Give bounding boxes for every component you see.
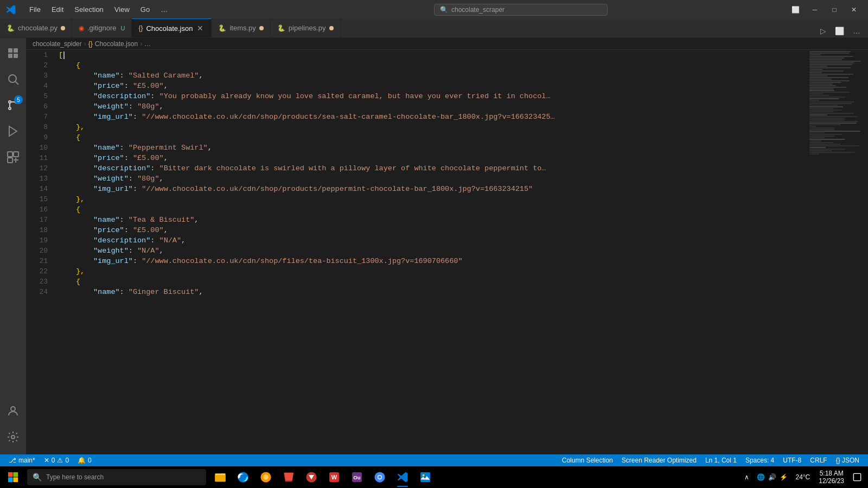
line-number: 19	[26, 235, 48, 246]
settings-activity-icon[interactable]	[0, 424, 26, 450]
line-number: 2	[26, 60, 48, 70]
run-debug-icon[interactable]	[0, 118, 26, 144]
network-icon[interactable]: 🌐	[757, 473, 765, 481]
status-screen-reader[interactable]: Screen Reader Optimized	[617, 454, 701, 466]
code-token-brace: },	[76, 122, 85, 132]
split-editor-action[interactable]: ⬜	[832, 24, 847, 37]
code-editor[interactable]: 123456789101112131415161718192021222324 …	[26, 50, 868, 454]
minimap-line	[809, 87, 846, 88]
minimap-line	[809, 100, 819, 101]
taskbar-app6[interactable]: W	[323, 466, 345, 488]
tray-expand[interactable]: ∧	[742, 466, 751, 488]
code-line: {	[59, 204, 808, 215]
status-column-selection[interactable]: Column Selection	[558, 454, 617, 466]
taskbar-app7[interactable]: Ou	[346, 466, 368, 488]
tab-chocolate-py[interactable]: 🐍 chocolate.py	[0, 18, 72, 37]
status-info[interactable]: 🔔 0	[73, 454, 96, 466]
minimize-button[interactable]: ─	[806, 0, 824, 19]
taskbar-app5[interactable]	[301, 466, 322, 488]
tab-pipelines-py[interactable]: 🐍 pipelines.py	[271, 18, 341, 37]
menu-file[interactable]: File	[25, 4, 45, 15]
status-branch-label: main*	[18, 457, 35, 464]
code-token-string: "80g"	[137, 101, 159, 112]
status-errors[interactable]: ✕ 0 ⚠ 0	[40, 454, 73, 466]
taskbar-vscode[interactable]	[392, 466, 413, 488]
status-encoding[interactable]: UTF-8	[778, 454, 806, 466]
status-line-ending[interactable]: CRLF	[806, 454, 831, 466]
status-language[interactable]: {} JSON	[832, 454, 864, 466]
status-cursor-pos[interactable]: Ln 1, Col 1	[701, 454, 741, 466]
menu-go[interactable]: Go	[136, 4, 154, 15]
tab-items-py[interactable]: 🐍 items.py	[212, 18, 270, 37]
code-token-colon: :	[120, 70, 129, 81]
untracked-indicator: U	[120, 25, 125, 31]
minimap-line	[809, 93, 824, 94]
svg-rect-20	[215, 475, 225, 481]
tab-close-button[interactable]: ✕	[196, 24, 205, 33]
breadcrumb-project[interactable]: chocolate_spider	[33, 40, 82, 48]
speaker-icon[interactable]: 🔊	[768, 473, 776, 481]
run-action[interactable]: ▷	[817, 24, 829, 37]
menu-view[interactable]: View	[110, 4, 134, 15]
code-token-string: "//www.chocolate.co.uk/cdn/shop/products…	[142, 184, 533, 194]
code-token-colon: :	[124, 153, 133, 163]
code-token-comma: ,	[159, 101, 164, 112]
account-icon[interactable]	[0, 398, 26, 424]
taskbar-search-box[interactable]: 🔍 Type here to search	[27, 469, 206, 485]
taskbar-chrome[interactable]	[369, 466, 391, 488]
datetime-display[interactable]: 5:18 AM 12/26/23	[814, 470, 848, 485]
breadcrumb-file[interactable]: Chocolate.json	[95, 40, 138, 48]
layout-icon[interactable]: ⬜	[787, 0, 804, 19]
minimap-line	[809, 110, 842, 111]
windows-start-button[interactable]	[2, 466, 24, 488]
svg-point-30	[378, 476, 381, 479]
code-line: "img_url": "//www.chocolate.co.uk/cdn/sh…	[59, 112, 808, 122]
taskbar-app3[interactable]	[255, 466, 277, 488]
editor-area: chocolate_spider › {} Chocolate.json › ……	[26, 38, 868, 454]
code-line: "weight": "80g",	[59, 174, 808, 184]
json-file-icon: {}	[138, 24, 143, 32]
code-token-string: "80g"	[137, 174, 159, 184]
svg-point-6	[9, 101, 11, 103]
explorer-icon[interactable]	[0, 40, 26, 66]
minimap-line	[809, 134, 843, 135]
menu-edit[interactable]: Edit	[47, 4, 68, 15]
minimap-line	[809, 113, 854, 114]
status-branch[interactable]: ⎇ main*	[4, 454, 40, 466]
git-file-icon: ◉	[79, 24, 84, 32]
close-button[interactable]: ✕	[845, 0, 863, 19]
code-line: "img_url": "//www.chocolate.co.uk/cdn/sh…	[59, 184, 808, 194]
code-token-brace: {	[76, 277, 80, 287]
code-content[interactable]: [{"name": "Salted Caramel","price": "£5.…	[54, 50, 808, 454]
minimap-line	[809, 129, 835, 130]
svg-point-22	[263, 474, 269, 480]
minimap-line	[809, 103, 852, 104]
global-search-bar[interactable]: 🔍 chocolate_scraper	[434, 4, 608, 16]
battery-icon[interactable]: ⚡	[780, 473, 788, 481]
line-number: 14	[26, 184, 48, 194]
taskbar-file-explorer[interactable]	[209, 466, 231, 488]
breadcrumb-more[interactable]: …	[144, 40, 151, 48]
taskbar-app4[interactable]	[278, 466, 299, 488]
temperature-display[interactable]: 24°C	[793, 466, 812, 488]
tab-gitignore[interactable]: ◉ .gitignore U	[72, 18, 132, 37]
minimap-line	[809, 97, 846, 98]
taskbar-edge[interactable]	[232, 466, 254, 488]
more-actions[interactable]: …	[850, 24, 864, 37]
notification-icon[interactable]	[851, 466, 864, 488]
minimap-line	[809, 153, 820, 155]
menu-selection[interactable]: Selection	[70, 4, 107, 15]
code-token-colon: :	[133, 184, 142, 194]
search-activity-icon[interactable]	[0, 66, 26, 92]
minimap-line	[809, 72, 822, 73]
status-spaces[interactable]: Spaces: 4	[741, 454, 778, 466]
menu-more[interactable]: …	[156, 4, 172, 15]
source-control-activity-icon[interactable]: 5	[0, 92, 26, 118]
minimap-line	[809, 139, 845, 140]
tab-chocolate-json[interactable]: {} Chocolate.json ✕	[132, 18, 212, 37]
extensions-activity-icon[interactable]	[0, 144, 26, 170]
taskbar-photos[interactable]	[414, 466, 436, 488]
language-label: {} JSON	[836, 457, 859, 464]
maximize-button[interactable]: □	[826, 0, 843, 19]
code-line: {	[59, 277, 808, 287]
